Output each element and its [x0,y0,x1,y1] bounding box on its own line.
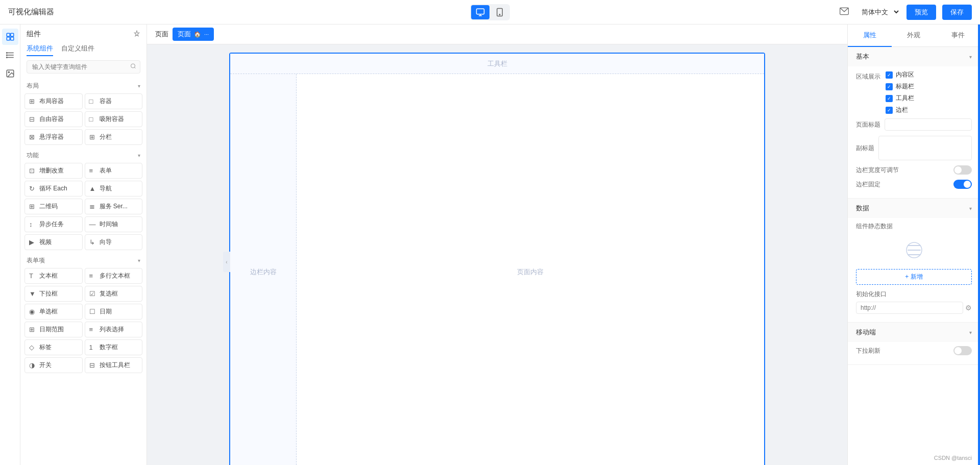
list-item[interactable]: ▼下拉框 [24,286,83,302]
list-item[interactable]: ☑复选框 [85,286,143,302]
section-basic: 基本 ▾ 区域展示 ✓ 内容区 ✓ 标题栏 [848,47,980,199]
svg-rect-7 [10,33,13,36]
layout-components-grid: ⊞布局容器 □容器 ⊟自由容器 □吸附容器 ⊠悬浮容器 ⊞分栏 [24,93,142,145]
section-basic-arrow: ▾ [969,54,972,60]
list-item[interactable]: ☐日期 [85,304,143,320]
image-nav-btn[interactable] [2,65,18,82]
list-item[interactable]: ⊡增删改查 [24,163,83,179]
pin-icon[interactable] [133,30,140,39]
list-item[interactable]: ◑开关 [24,357,83,373]
area-display-row: 区域展示 ✓ 内容区 ✓ 标题栏 ✓ [856,70,972,114]
list-item[interactable]: ≡列表选择 [85,322,143,337]
page-tab-more-icon[interactable]: ··· [204,31,209,37]
list-item[interactable]: ▲导航 [85,181,143,197]
language-selector[interactable]: 简体中文 English [855,6,900,18]
function-components-grid: ⊡增删改查 ≡表单 ↻循环 Each ▲导航 ⊞二维码 ≣服务 Ser... ↕… [24,163,142,250]
list-nav-btn[interactable] [2,47,18,63]
section-basic-header[interactable]: 基本 ▾ [848,47,980,66]
component-data-label: 组件静态数据 [856,222,972,231]
list-item[interactable]: ⊞布局容器 [24,93,83,109]
pull-refresh-row: 下拉刷新 [856,346,972,355]
property-tabs: 属性 外观 事件 [848,25,980,47]
section-function[interactable]: 功能 ▾ [24,147,142,163]
list-item[interactable]: □容器 [85,93,143,109]
list-item[interactable]: ◇标签 [24,339,83,355]
list-item[interactable]: —时间轴 [85,216,143,232]
checkbox-sidebar[interactable]: ✓ 边栏 [886,106,914,114]
list-item[interactable]: ⊠悬浮容器 [24,129,83,145]
svg-rect-0 [477,9,484,14]
section-form-arrow: ▾ [138,258,140,263]
components-nav-btn[interactable] [2,29,18,45]
tab-events[interactable]: 事件 [936,25,980,47]
sidebar-content-label: 边栏内容 [250,267,277,277]
app-title: 可视化编辑器 [8,7,54,17]
component-panel-header: 组件 [20,25,146,42]
checkbox-toolbar[interactable]: ✓ 工具栏 [886,94,914,103]
subtitle-input[interactable] [878,136,972,160]
canvas-collapse-btn[interactable]: ‹ [223,252,230,272]
layout-container-icon: ⊞ [29,97,36,105]
tab-custom-components[interactable]: 自定义组件 [61,42,94,56]
section-mobile-header[interactable]: 移动端 ▾ [848,323,980,342]
right-border-accent [978,25,980,465]
sidebar-icons [0,25,20,465]
page-title-input[interactable] [885,118,972,131]
save-button[interactable]: 保存 [942,5,972,20]
list-item[interactable]: 1数字框 [85,339,143,355]
list-item[interactable]: ↻循环 Each [24,181,83,197]
sidebar-fixed-toggle[interactable] [953,180,972,189]
canvas-frame[interactable]: 工具栏 边栏内容 页面内容 ‹ [229,53,765,465]
subtitle-label: 副标题 [856,144,874,153]
svg-rect-6 [7,33,10,36]
mail-icon[interactable] [839,6,849,18]
list-item[interactable]: ≡多行文本框 [85,268,143,284]
api-input-row: ⚙ [856,302,972,314]
tab-system-components[interactable]: 系统组件 [27,42,53,56]
section-data: 数据 ▾ 组件静态数据 + 新增 初始 [848,199,980,323]
tab-appearance[interactable]: 外观 [892,25,936,47]
list-item[interactable]: ◉单选框 [24,304,83,320]
tab-properties[interactable]: 属性 [848,25,892,47]
checkbox-content-area[interactable]: ✓ 内容区 [886,70,914,79]
list-item[interactable]: T文本框 [24,268,83,284]
list-item[interactable]: □吸附容器 [85,111,143,127]
tablet-device-btn[interactable] [491,5,509,19]
section-data-title: 数据 [856,204,869,213]
api-url-input[interactable] [856,302,963,314]
list-item[interactable]: ↳向导 [85,234,143,250]
sidebar-fixed-row: 边栏固定 [856,180,972,189]
section-layout[interactable]: 布局 ▾ [24,78,142,93]
preview-button[interactable]: 预览 [906,5,936,20]
list-item[interactable]: ▶视频 [24,234,83,250]
page-tab[interactable]: 页面 🏠 ··· [173,28,214,41]
pull-refresh-toggle[interactable] [953,346,972,355]
list-item[interactable]: ≡表单 [85,163,143,179]
add-data-button[interactable]: + 新增 [856,269,972,285]
sidebar-resizable-toggle[interactable] [953,165,972,175]
api-settings-icon[interactable]: ⚙ [965,304,972,312]
free-container-icon: ⊟ [29,115,36,123]
header-left: 可视化编辑器 [8,7,54,17]
device-toggle-group [470,4,510,20]
list-item[interactable]: ⊞二维码 [24,199,83,214]
list-item[interactable]: ↕异步任务 [24,216,83,232]
component-panel: 组件 系统组件 自定义组件 布局 ▾ ⊞布局容器 □容器 ⊟自由容器 [20,25,147,465]
section-data-header[interactable]: 数据 ▾ [848,199,980,218]
list-item[interactable]: ⊟自由容器 [24,111,83,127]
list-item[interactable]: ≣服务 Ser... [85,199,143,214]
area-display-label: 区域展示 [856,70,881,81]
svg-point-17 [8,71,9,72]
checkbox-content-icon: ✓ [886,71,893,79]
search-box [27,60,140,74]
desktop-device-btn[interactable] [471,5,489,19]
page-tab-label: 页面 [178,30,191,39]
checkbox-title-bar[interactable]: ✓ 标题栏 [886,82,914,91]
list-item[interactable]: ⊟按钮工具栏 [85,357,143,373]
list-item[interactable]: ⊞日期范围 [24,322,83,337]
list-item[interactable]: ⊞分栏 [85,129,143,145]
search-input[interactable] [27,60,140,74]
page-title-row: 页面标题 [856,118,972,131]
section-form[interactable]: 表单项 ▾ [24,252,142,268]
checkbox-title-icon: ✓ [886,83,893,90]
